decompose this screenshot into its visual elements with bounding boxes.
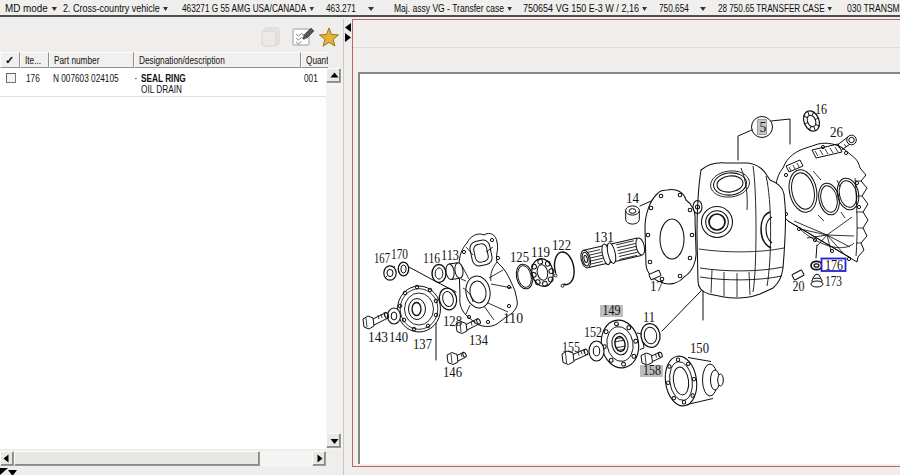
svg-text:149: 149: [603, 303, 621, 318]
svg-text:16: 16: [815, 102, 827, 117]
svg-text:150: 150: [690, 341, 709, 356]
svg-text:26: 26: [830, 125, 843, 140]
svg-text:11: 11: [643, 310, 655, 325]
svg-text:170: 170: [391, 247, 408, 262]
svg-text:113: 113: [441, 248, 459, 263]
svg-text:155: 155: [562, 340, 580, 355]
svg-text:143: 143: [368, 330, 388, 345]
svg-text:125: 125: [510, 250, 529, 265]
svg-text:176: 176: [825, 258, 843, 273]
svg-text:167: 167: [374, 251, 390, 266]
svg-text:110: 110: [503, 311, 523, 326]
svg-text:146: 146: [443, 365, 462, 380]
svg-text:140: 140: [389, 330, 408, 345]
svg-text:137: 137: [413, 337, 432, 352]
svg-text:5: 5: [760, 120, 767, 135]
svg-text:158: 158: [643, 363, 661, 378]
svg-text:134: 134: [469, 333, 488, 348]
svg-text:14: 14: [626, 191, 639, 206]
svg-text:122: 122: [552, 238, 571, 253]
svg-text:152: 152: [584, 325, 602, 340]
svg-text:131: 131: [594, 230, 614, 245]
svg-text:173: 173: [825, 274, 842, 289]
svg-text:116: 116: [423, 251, 440, 266]
svg-text:128: 128: [443, 314, 462, 329]
svg-text:20: 20: [793, 279, 805, 294]
svg-text:17: 17: [650, 279, 663, 294]
svg-text:119: 119: [531, 245, 550, 260]
